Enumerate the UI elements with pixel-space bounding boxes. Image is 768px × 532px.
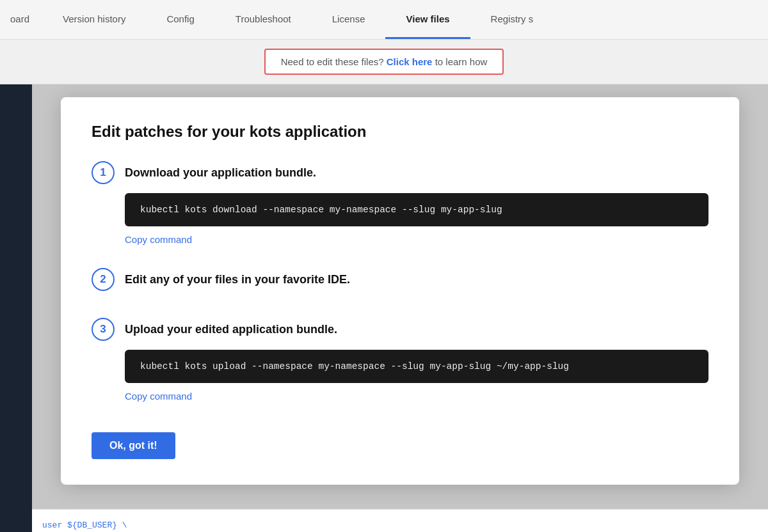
tab-view-files[interactable]: View files [385,0,470,39]
tab-registry[interactable]: Registry s [470,0,554,39]
tab-dashboard[interactable]: oard [0,0,42,39]
sidebar [0,84,32,532]
tab-config[interactable]: Config [146,0,214,39]
top-nav: oard Version history Config Troubleshoot… [0,0,768,40]
step-1-label: Download your application bundle. [125,161,708,184]
step-2-label: Edit any of your files in your favorite … [125,268,708,291]
step-2: 2 Edit any of your files in your favorit… [92,268,708,300]
step-1-content: Download your application bundle. kubect… [125,161,708,250]
modal: Edit patches for your kots application 1… [61,97,739,485]
tab-license[interactable]: License [312,0,386,39]
step-3-content: Upload your edited application bundle. k… [125,318,708,407]
modal-backdrop: Edit patches for your kots application 1… [32,84,768,532]
step-1-command: kubectl kots download --namespace my-nam… [125,193,708,226]
step-3-number: 3 [92,318,115,341]
step-3: 3 Upload your edited application bundle.… [92,318,708,407]
step-2-number: 2 [92,268,115,291]
step-2-content: Edit any of your files in your favorite … [125,268,708,300]
step-1-number: 1 [92,161,115,184]
tab-version-history[interactable]: Version history [42,0,146,39]
modal-title: Edit patches for your kots application [92,123,708,141]
step-1: 1 Download your application bundle. kube… [92,161,708,250]
content-bg: Edit patches for your kots application 1… [32,84,768,532]
copy-command-1[interactable]: Copy command [125,234,192,245]
bottom-row: user ${DB_USER} \ [32,509,768,532]
tab-troubleshoot[interactable]: Troubleshoot [215,0,312,39]
step-3-label: Upload your edited application bundle. [125,318,708,341]
info-banner-wrapper: Need to edit these files? Click here to … [0,40,768,84]
ok-button[interactable]: Ok, got it! [92,432,175,459]
main-area: Edit patches for your kots application 1… [0,84,768,532]
bottom-preview-text: user ${DB_USER} \ [42,520,127,530]
info-banner: Need to edit these files? Click here to … [264,49,504,75]
click-here-link[interactable]: Click here [387,56,433,67]
step-3-command: kubectl kots upload --namespace my-names… [125,350,708,383]
copy-command-3[interactable]: Copy command [125,391,192,402]
